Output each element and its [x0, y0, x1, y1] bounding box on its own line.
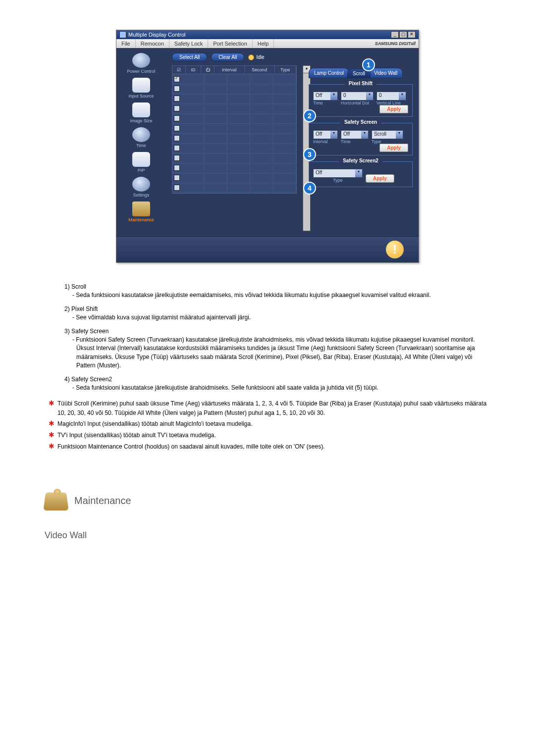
- menu-safety-lock[interactable]: Safety Lock: [169, 39, 208, 48]
- pixel-shift-time-select[interactable]: Off▾: [313, 92, 338, 101]
- sidebar-label: Power Control: [127, 69, 155, 74]
- maximize-button[interactable]: ▢: [399, 31, 407, 38]
- callout-4: 4: [303, 182, 316, 195]
- clear-all-button[interactable]: Clear All: [211, 53, 244, 61]
- maintenance-heading: Maintenance: [45, 491, 490, 510]
- list-item-title: 1) Scroll: [64, 283, 490, 291]
- list-item-title: 4) Safety Screen2: [64, 375, 490, 384]
- app-window: Multiple Display Control _ ▢ ✕ File Remo…: [116, 30, 419, 263]
- safety2-apply-button[interactable]: Apply: [366, 174, 394, 183]
- list-item-title: 3) Safety Screen: [64, 327, 490, 336]
- safety2-type-select[interactable]: Off▾: [313, 169, 363, 178]
- note-text: TV'i Input (sisendallikas) töötab ainult…: [57, 431, 216, 440]
- safety-screen2-group: Safety Screen2 Off▾ Type Apply 4: [309, 161, 413, 187]
- video-wall-heading: Video Wall: [45, 530, 490, 541]
- grid-header-second: Second: [245, 66, 275, 74]
- grid-row[interactable]: [172, 84, 296, 94]
- list-item-desc: - Seda funktsiooni kasutatakse järelkuju…: [64, 384, 490, 392]
- field-label: Time: [341, 139, 369, 144]
- settings-icon: [132, 177, 150, 192]
- status-bar: !: [116, 236, 419, 262]
- star-icon: ✱: [49, 442, 54, 452]
- chevron-down-icon: ▾: [330, 131, 337, 139]
- close-button[interactable]: ✕: [408, 31, 416, 38]
- idle-label: Idle: [256, 54, 264, 60]
- grid-row[interactable]: [172, 183, 296, 193]
- sidebar-item-input[interactable]: Input Source: [119, 78, 163, 99]
- pixel-shift-group: Pixel Shift Off▾ Time 0▾ Horizontal Dot: [309, 84, 413, 117]
- safety-interval-select[interactable]: Off▾: [313, 130, 338, 139]
- grid-header-type: Type: [275, 66, 297, 74]
- menu-file[interactable]: File: [116, 39, 136, 48]
- grid-row[interactable]: [172, 114, 296, 124]
- sidebar-item-settings[interactable]: Settings: [119, 177, 163, 198]
- sidebar-item-power[interactable]: Power Control: [119, 53, 163, 74]
- titlebar: Multiple Display Control _ ▢ ✕: [116, 30, 419, 39]
- brand-logo: SAMSUNG DIGITall: [375, 41, 416, 46]
- tab-lamp[interactable]: Lamp Control: [309, 68, 349, 78]
- sidebar-label: Settings: [133, 193, 150, 198]
- menu-remocon[interactable]: Remocon: [136, 39, 169, 48]
- safety-type-select[interactable]: Scroll▾: [372, 130, 403, 139]
- note-text: MagicInfo'i Input (sisendallikas) töötab…: [57, 419, 252, 429]
- input-icon: [132, 78, 150, 93]
- star-icon: ✱: [49, 419, 54, 429]
- callout-2: 2: [303, 109, 316, 122]
- pip-icon: [132, 152, 150, 167]
- grid-row[interactable]: [172, 153, 296, 163]
- pixel-shift-vline-select[interactable]: 0▾: [376, 92, 406, 101]
- grid-header-interval: Interval: [214, 66, 245, 74]
- sidebar-label: PIP: [138, 168, 145, 173]
- callout-3: 3: [303, 148, 316, 161]
- chevron-down-icon: ▾: [330, 92, 337, 100]
- grid-row[interactable]: [172, 104, 296, 114]
- safety-screen-legend: Safety Screen: [340, 119, 381, 125]
- list-item-desc: - Funktsiooni Safety Screen (Turvaekraan…: [64, 336, 490, 370]
- menu-port-selection[interactable]: Port Selection: [208, 39, 252, 48]
- tab-video-wall[interactable]: Video Wall: [369, 68, 403, 78]
- doc-notes: ✱Tüübi Scroll (Kerimine) puhul saab üksu…: [45, 399, 490, 451]
- grid-row[interactable]: [172, 124, 296, 134]
- chevron-down-icon: ▾: [399, 92, 406, 100]
- list-item-desc: - See võimaldab kuva sujuvat liigutamist…: [64, 313, 490, 322]
- callout-1: 1: [362, 58, 375, 71]
- grid-row[interactable]: [172, 74, 296, 84]
- sidebar-item-time[interactable]: Time: [119, 127, 163, 148]
- maintenance-title: Maintenance: [74, 495, 131, 506]
- grid-row[interactable]: [172, 144, 296, 153]
- sidebar-label: Image Size: [130, 118, 152, 123]
- note-text: Tüübi Scroll (Kerimine) puhul saab üksus…: [57, 399, 490, 417]
- sidebar: Power Control Input Source Image Size Ti…: [116, 48, 166, 236]
- warning-icon: !: [386, 241, 404, 258]
- grid-row[interactable]: [172, 94, 296, 104]
- grid-row[interactable]: [172, 134, 296, 144]
- sidebar-item-image[interactable]: Image Size: [119, 102, 163, 123]
- app-icon: [119, 31, 126, 38]
- safety-screen2-legend: Safety Screen2: [339, 158, 382, 163]
- sidebar-item-maintenance[interactable]: Maintenance: [119, 202, 163, 222]
- sidebar-label: Input Source: [128, 94, 154, 99]
- grid-row[interactable]: [172, 163, 296, 173]
- grid-row[interactable]: [172, 173, 296, 183]
- field-label: Horizontal Dot: [341, 101, 374, 105]
- chevron-down-icon: ▾: [355, 169, 362, 177]
- pixel-shift-apply-button[interactable]: Apply: [379, 105, 408, 113]
- safety-time-select[interactable]: Off▾: [341, 130, 369, 139]
- list-item-desc: - Seda funktsiooni kasutatakse järelkuju…: [64, 291, 490, 300]
- sidebar-item-pip[interactable]: PIP: [119, 152, 163, 173]
- pixel-shift-legend: Pixel Shift: [345, 81, 376, 86]
- minimize-button[interactable]: _: [391, 31, 399, 38]
- safety-apply-button[interactable]: Apply: [379, 144, 408, 152]
- list-item-title: 2) Pixel Shift: [64, 305, 490, 313]
- chevron-down-icon: ▾: [366, 92, 373, 100]
- select-all-button[interactable]: Select All: [172, 53, 207, 61]
- display-grid: ☑ ID ⏻ Interval Second Type: [172, 65, 297, 194]
- menu-help[interactable]: Help: [253, 39, 274, 48]
- maintenance-icon: [132, 202, 150, 216]
- safety-screen-group: Safety Screen Off▾ Interval Off▾ Time: [309, 123, 413, 155]
- star-icon: ✱: [49, 431, 54, 440]
- image-icon: [132, 102, 150, 117]
- pixel-shift-hdot-select[interactable]: 0▾: [341, 92, 374, 101]
- grid-header-check[interactable]: ☑: [172, 66, 186, 74]
- field-label: Type: [313, 178, 363, 183]
